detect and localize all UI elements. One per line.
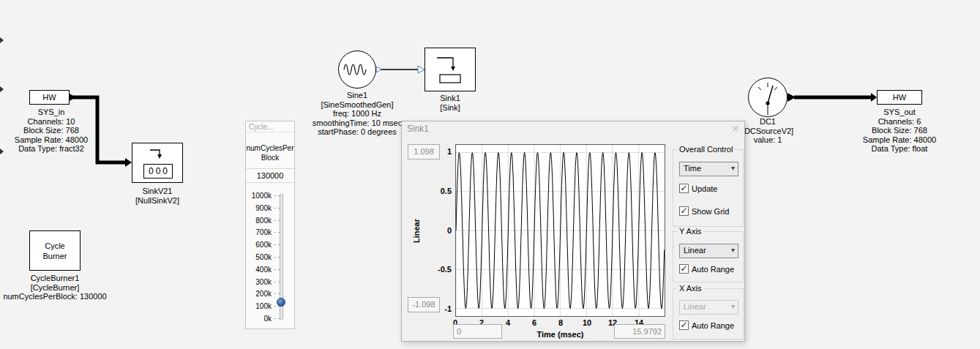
block-name: CycleBurner1 [0, 274, 110, 283]
block-name: SinkV21 [106, 187, 209, 196]
block-name: Sink1 [399, 94, 501, 103]
tick-dot-icon: · [274, 228, 276, 236]
close-icon[interactable]: ✕ [732, 124, 739, 134]
sinkv21-label: SinkV21 [NullSinkV2] [106, 187, 209, 205]
show-grid-checkbox-row[interactable]: ✓ Show Grid [679, 206, 729, 216]
slider-tick: 1000k· [246, 191, 294, 200]
block-prop: Sample Rate: 48000 [850, 135, 949, 145]
null-sink-zeros-icon: 000 [143, 164, 173, 179]
group-label: Y Axis [677, 227, 703, 236]
show-grid-checkbox[interactable]: ✓ [679, 206, 689, 216]
hw-label: HW [893, 93, 906, 102]
clipped-pin-icon [0, 86, 4, 92]
group-label: X Axis [677, 284, 704, 293]
block-sys-in[interactable]: HW [29, 90, 70, 105]
hw-label: HW [42, 93, 56, 102]
output-pin-icon [376, 67, 381, 72]
sink-scope-icon [425, 48, 475, 91]
block-cycle-burner[interactable]: Cycle Burner [29, 230, 81, 271]
block-type: [NullSinkV2] [106, 196, 209, 206]
y-tick-label: -0.5 [431, 265, 452, 274]
block-sine1[interactable] [338, 50, 376, 89]
slider-tick: 700k· [246, 228, 294, 236]
input-pin-icon [871, 93, 877, 102]
block-type: [CycleBurner] [0, 283, 110, 293]
block-type: [SineSmoothedGen] [299, 100, 416, 110]
slider-window-titlebar[interactable]: Cycle... [246, 121, 294, 132]
sine-trace [456, 145, 665, 316]
sys-in-label: SYS_in Channels: 10 Block Size: 768 Samp… [1, 108, 101, 154]
sine-wave-icon [339, 51, 375, 88]
y-auto-range-row[interactable]: ✓ Auto Range [679, 264, 734, 274]
block-prop: Sample Rate: 48000 [1, 135, 101, 145]
sink-window-titlebar[interactable]: Sink1 ✕ [402, 121, 744, 136]
block-prop: Data Type: fract32 [1, 144, 101, 154]
tick-dot-icon: · [274, 241, 276, 249]
clipped-pin-icon [0, 37, 4, 43]
tick-dot-icon: · [274, 278, 276, 286]
slider-tick: 400k· [246, 265, 294, 274]
output-pin-icon [70, 94, 75, 101]
y-axis-group: Y Axis Linear ▾ ✓ Auto Range [673, 231, 744, 282]
y-auto-range-checkbox[interactable]: ✓ [679, 264, 689, 274]
x-tick-label: 10 [580, 318, 594, 327]
group-label: Overall Control [677, 145, 735, 154]
x-start-field[interactable]: 0 [453, 324, 502, 339]
tick-dot-icon: · [274, 302, 276, 310]
update-checkbox[interactable]: ✓ [679, 184, 689, 193]
slider-window-title: Cycle... [249, 123, 273, 131]
tick-dot-icon: · [274, 290, 276, 298]
block-prop: freq: 1000 Hz [299, 109, 416, 119]
x-end-field[interactable]: 15.9792 [614, 324, 665, 339]
checkbox-label: Auto Range [692, 321, 734, 330]
cycle-burner-text: Cycle [30, 241, 80, 251]
chevron-down-icon: ▾ [731, 164, 735, 172]
cycle-burner-slider-window: Cycle... numCyclesPer Block 130000 1000k… [245, 121, 295, 329]
dc-meter-icon [749, 78, 787, 116]
sys-out-label: SYS_out Channels: 6 Block Size: 768 Samp… [850, 108, 949, 154]
input-pin-icon [418, 66, 424, 73]
sink-window-title: Sink1 [407, 124, 429, 134]
checkbox-label: Auto Range [692, 265, 734, 274]
slider-value-readout: 130000 [246, 168, 294, 183]
tick-dot-icon: · [274, 266, 276, 274]
block-sink1[interactable] [424, 48, 476, 91]
block-sinkv21[interactable]: 000 [132, 143, 183, 183]
chevron-down-icon: ▾ [731, 246, 735, 254]
block-sys-out[interactable]: HW [877, 90, 922, 105]
block-prop: startPhase: 0 degrees [299, 127, 416, 137]
x-axis-dropdown-disabled: Linear ▾ [679, 300, 738, 315]
checkbox-label: Show Grid [692, 207, 729, 216]
arrowhead-icon [125, 158, 132, 167]
block-prop: Block Size: 768 [850, 126, 949, 135]
sink1-label: Sink1 [Sink] [399, 94, 501, 112]
sine1-label: Sine1 [SineSmoothedGen] freq: 1000 Hz sm… [299, 91, 416, 137]
overall-control-group: Overall Control Time ▾ ✓ Update ✓ Show G… [673, 149, 744, 227]
y-tick-label: 0 [431, 226, 452, 235]
block-type: [Sink] [399, 103, 501, 113]
overall-control-dropdown[interactable]: Time ▾ [679, 162, 738, 176]
block-dc1[interactable] [748, 78, 788, 117]
slider-param-label: numCyclesPer Block [246, 143, 294, 162]
tick-dot-icon: · [274, 315, 276, 323]
block-prop: Block Size: 768 [1, 126, 101, 135]
slider-tick: 600k· [246, 240, 294, 249]
sink1-scope-window: Sink1 ✕ 1.098 -1.098 Linear 1 0.5 0 -0.5… [401, 121, 745, 342]
y-tick-label: 1 [431, 147, 452, 156]
slider-tick: 900k· [246, 203, 294, 212]
x-axis-group: X Axis Linear ▾ ✓ Auto Range [673, 288, 744, 339]
block-name: SYS_out [850, 108, 949, 117]
y-tick-label: -1 [431, 304, 452, 313]
y-axis-dropdown[interactable]: Linear ▾ [679, 244, 738, 258]
slider-handle[interactable] [277, 298, 285, 307]
x-auto-range-checkbox[interactable]: ✓ [679, 320, 689, 330]
tick-dot-icon: · [274, 217, 276, 225]
x-auto-range-row[interactable]: ✓ Auto Range [679, 320, 734, 330]
slider-tick: 100k· [246, 301, 294, 310]
block-name: SYS_in [1, 108, 101, 117]
tick-dot-icon: · [274, 253, 276, 261]
slider-tick: 300k· [246, 277, 294, 286]
slider-tick: 500k· [246, 252, 294, 261]
sink-arrow-icon [132, 143, 182, 162]
update-checkbox-row[interactable]: ✓ Update [679, 184, 717, 193]
